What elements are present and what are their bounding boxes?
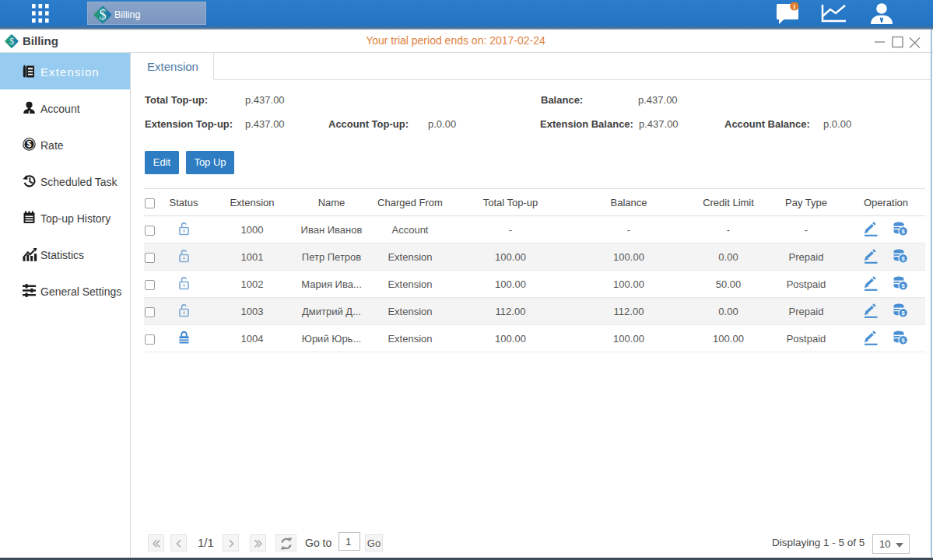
svg-text:!: !: [793, 2, 795, 11]
svg-text:$: $: [27, 139, 32, 149]
svg-text:$: $: [100, 7, 107, 23]
